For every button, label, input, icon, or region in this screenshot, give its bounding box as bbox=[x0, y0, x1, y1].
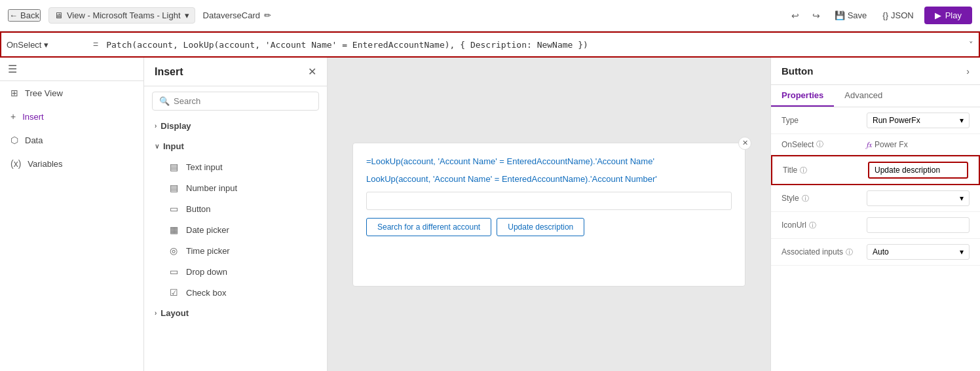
edit-icon[interactable]: ✏ bbox=[264, 10, 271, 20]
formula-expand-icon[interactable]: ˅ bbox=[969, 40, 973, 50]
sidebar-item-tree-view[interactable]: ⊞ Tree View bbox=[0, 81, 143, 105]
right-panel-title: Button bbox=[782, 65, 813, 77]
tab-label: Properties bbox=[782, 90, 823, 100]
prop-label-iconurl: IconUrl ⓘ bbox=[782, 221, 867, 230]
topbar: ← Back 🖥 View - Microsoft Teams - Light … bbox=[0, 0, 980, 31]
date-picker-icon: ▦ bbox=[168, 224, 179, 235]
view-selector-button[interactable]: 🖥 View - Microsoft Teams - Light ▾ bbox=[48, 7, 195, 24]
item-label: Drop down bbox=[186, 267, 227, 277]
sidebar-item-insert[interactable]: + Insert bbox=[0, 105, 143, 128]
type-select[interactable]: Run PowerFx ▾ bbox=[867, 113, 970, 128]
info-icon[interactable]: ⓘ bbox=[802, 194, 809, 203]
item-label: Button bbox=[186, 204, 211, 214]
view-label: View - Microsoft Teams - Light bbox=[67, 10, 181, 20]
panel-search-box[interactable]: 🔍 bbox=[152, 92, 319, 111]
prop-row-type: Type Run PowerFx ▾ bbox=[771, 107, 980, 134]
info-icon[interactable]: ⓘ bbox=[846, 247, 853, 257]
insert-item-date-picker[interactable]: ▦ Date picker bbox=[144, 219, 327, 240]
insert-item-drop-down[interactable]: ▭ Drop down bbox=[144, 261, 327, 282]
hamburger-icon[interactable]: ☰ bbox=[5, 61, 20, 77]
insert-item-check-box[interactable]: ☑ Check box bbox=[144, 282, 327, 303]
save-button[interactable]: 💾 Save bbox=[829, 8, 873, 23]
json-button[interactable]: {} JSON bbox=[877, 8, 918, 23]
tab-properties[interactable]: Properties bbox=[771, 85, 834, 107]
item-label: Time picker bbox=[186, 246, 230, 256]
section-layout[interactable]: › Layout bbox=[144, 303, 327, 323]
prop-value-associated-inputs: Auto ▾ bbox=[867, 244, 970, 260]
back-button[interactable]: ← Back bbox=[8, 9, 41, 22]
prop-row-title: Title ⓘ bbox=[771, 155, 980, 185]
chevron-down-icon: ▾ bbox=[185, 10, 189, 20]
right-panel-header: Button › bbox=[771, 58, 980, 85]
dataverse-card-label: DataverseCard ✏ bbox=[203, 10, 271, 20]
search-icon: 🔍 bbox=[159, 96, 170, 106]
info-icon[interactable]: ⓘ bbox=[809, 221, 816, 230]
info-icon[interactable]: ⓘ bbox=[800, 166, 807, 175]
title-input[interactable] bbox=[868, 162, 968, 179]
iconurl-input[interactable] bbox=[867, 217, 970, 233]
item-label: Number input bbox=[186, 183, 237, 193]
prop-row-onselect: OnSelect ⓘ 𝑓𝑥 Power Fx bbox=[771, 134, 980, 155]
prop-value-onselect: 𝑓𝑥 Power Fx bbox=[867, 140, 970, 149]
prop-label-type: Type bbox=[782, 116, 867, 125]
undo-button[interactable]: ↩ bbox=[787, 8, 803, 24]
text-input-icon: ▤ bbox=[168, 162, 179, 172]
canvas-text-input[interactable] bbox=[366, 192, 732, 210]
variables-icon: (x) bbox=[10, 158, 21, 169]
sidebar-item-variables[interactable]: (x) Variables bbox=[0, 152, 143, 175]
canvas-text1: =LookUp(account, 'Account Name' = Entere… bbox=[366, 156, 732, 166]
time-picker-icon: ◎ bbox=[168, 245, 179, 256]
info-icon[interactable]: ⓘ bbox=[816, 139, 823, 149]
redo-button[interactable]: ↪ bbox=[808, 8, 824, 24]
insert-item-text-input[interactable]: ▤ Text input bbox=[144, 156, 327, 177]
right-panel: Button › Properties Advanced Type Run Po… bbox=[770, 58, 980, 371]
style-select[interactable]: ▾ bbox=[867, 190, 970, 206]
chevron-down-icon: ▾ bbox=[960, 194, 964, 203]
tab-advanced[interactable]: Advanced bbox=[834, 85, 893, 107]
data-icon: ⬡ bbox=[10, 135, 18, 145]
canvas-close-icon[interactable]: ✕ bbox=[738, 137, 751, 150]
prop-value-title bbox=[868, 162, 968, 179]
prop-value-iconurl bbox=[867, 217, 970, 233]
formula-input[interactable] bbox=[106, 40, 964, 50]
powerfx-label[interactable]: 𝑓𝑥 Power Fx bbox=[867, 140, 970, 149]
equals-sign: = bbox=[90, 39, 101, 50]
fx-icon: 𝑓𝑥 bbox=[867, 140, 872, 149]
associated-inputs-select[interactable]: Auto ▾ bbox=[867, 244, 970, 260]
section-input[interactable]: ∨ Input bbox=[144, 136, 327, 156]
panel-title: Insert bbox=[155, 66, 183, 78]
item-label: Check box bbox=[186, 288, 226, 298]
sidebar-item-data[interactable]: ⬡ Data bbox=[0, 128, 143, 152]
section-display[interactable]: › Display bbox=[144, 116, 327, 136]
drop-down-icon: ▭ bbox=[168, 266, 179, 277]
insert-icon: + bbox=[10, 111, 16, 122]
canvas-text2: LookUp(account, 'Account Name' = Entered… bbox=[366, 174, 732, 184]
chevron-right-icon: › bbox=[155, 122, 157, 130]
insert-item-time-picker[interactable]: ◎ Time picker bbox=[144, 240, 327, 261]
json-label: JSON bbox=[891, 10, 914, 20]
type-value: Run PowerFx bbox=[873, 116, 920, 125]
insert-item-button[interactable]: ▭ Button bbox=[144, 198, 327, 219]
json-icon: {} bbox=[882, 10, 888, 20]
prop-value-style: ▾ bbox=[867, 190, 970, 206]
search-account-label: Search for a different account bbox=[377, 222, 480, 232]
left-sidebar: ☰ ⊞ Tree View + Insert ⬡ Data (x) Variab… bbox=[0, 58, 144, 371]
update-description-button[interactable]: Update description bbox=[497, 218, 584, 236]
sidebar-item-label: Data bbox=[25, 135, 43, 145]
play-label: Play bbox=[945, 10, 962, 20]
panel-close-button[interactable]: ✕ bbox=[308, 65, 316, 78]
check-box-icon: ☑ bbox=[168, 287, 179, 298]
insert-item-number-input[interactable]: ▤ Number input bbox=[144, 177, 327, 198]
sidebar-item-label: Insert bbox=[22, 112, 44, 122]
update-description-label: Update description bbox=[508, 222, 573, 232]
prop-label-title: Title ⓘ bbox=[783, 166, 868, 175]
property-selector[interactable]: OnSelect ▾ bbox=[7, 40, 85, 50]
search-input[interactable] bbox=[174, 96, 312, 106]
search-account-button[interactable]: Search for a different account bbox=[366, 218, 491, 236]
right-panel-expand-icon[interactable]: › bbox=[966, 66, 970, 77]
chevron-down-icon: ∨ bbox=[155, 143, 159, 150]
topbar-left: ← Back 🖥 View - Microsoft Teams - Light … bbox=[8, 7, 780, 24]
save-label: Save bbox=[848, 10, 867, 20]
play-button[interactable]: ▶ Play bbox=[924, 7, 972, 24]
canvas-area: =LookUp(account, 'Account Name' = Entere… bbox=[328, 58, 770, 371]
